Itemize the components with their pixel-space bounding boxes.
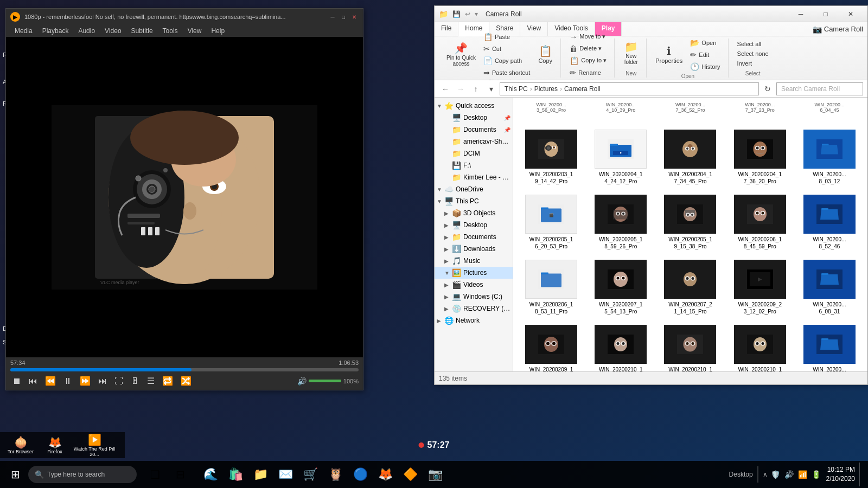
open-button[interactable]: 📂 Open (687, 37, 723, 48)
file-item-17[interactable]: WIN_20200210_18_21_18_Pro (656, 321, 724, 371)
file-item-9[interactable]: WIN_20200...8_52_46 (796, 191, 863, 254)
vlc-menu-media[interactable]: Media (10, 26, 37, 36)
file-item-15[interactable]: WIN_20200209_18_12_42_Pro (518, 321, 585, 371)
rename-button[interactable]: ✏ Rename (566, 67, 610, 78)
sidebar-item-americavr[interactable]: 📁 americavr-Sheridan. (435, 136, 513, 147)
taskbar-taskview-button[interactable]: ❑ (143, 463, 167, 486)
taskbar-store-button[interactable]: 🛍️ (224, 463, 247, 486)
taskbar-search-bar[interactable]: 🔍 Type here to search (28, 466, 137, 483)
sidebar-item-quickaccess[interactable]: ▼ ⭐ Quick access (435, 100, 513, 112)
vlc-menu-video[interactable]: Video (100, 26, 125, 36)
vlc-prev-button[interactable]: ⏮ (27, 375, 40, 387)
vlc-menu-playback[interactable]: Playback (38, 26, 73, 36)
vlc-volume-bar[interactable] (309, 380, 341, 382)
taskbar-browser2-button[interactable]: 🦊 (373, 463, 397, 486)
taskbar-unknown1-button[interactable]: 🔵 (348, 463, 372, 486)
sidebar-item-network[interactable]: ▶ 🌐 Network (435, 314, 513, 326)
explorer-qat-undo[interactable]: ↩ (465, 10, 470, 18)
vlc-step-fwd-button[interactable]: ⏩ (78, 375, 93, 387)
vlc-menu-subtitle[interactable]: Subtitle (127, 26, 157, 36)
vlc-close-button[interactable]: ✕ (350, 12, 359, 21)
vlc-stop-button[interactable]: ⏹ (10, 375, 23, 387)
edit-button[interactable]: ✏ Edit (687, 49, 723, 60)
new-folder-button[interactable]: 📁 Newfolder (620, 40, 642, 67)
vlc-fullscreen-button[interactable]: ⛶ (112, 375, 125, 387)
sidebar-item-kimber[interactable]: 📁 Kimber Lee - VR Pac (435, 171, 513, 183)
vlc-menu-help[interactable]: Help (207, 26, 229, 36)
sidebar-item-recovery-d[interactable]: ▶ 💿 RECOVERY (D:) (435, 303, 513, 314)
search-camera-roll-input[interactable]: Search Camera Roll (776, 82, 863, 95)
file-item-4[interactable]: WIN_20200...8_03_12 (796, 126, 863, 189)
explorer-minimize-button[interactable]: ─ (788, 6, 813, 22)
file-item-6[interactable]: WIN_20200205_18_59_26_Pro (587, 191, 654, 254)
sidebar-item-documents-quick[interactable]: 📁 Documents 📌 (435, 124, 513, 136)
address-path[interactable]: This PC › Pictures › Camera Roll (500, 82, 759, 95)
sidebar-item-desktop-pc[interactable]: ▶ 🖥️ Desktop (435, 219, 513, 231)
copy-button[interactable]: 📋 Copy (534, 44, 556, 66)
file-item-7[interactable]: WIN_20200205_19_15_38_Pro (656, 191, 724, 254)
file-item-partial-2[interactable]: WIN_20200...4_10_39_Pro (587, 102, 654, 124)
vlc-menu-tools[interactable]: Tools (158, 26, 182, 36)
file-item-partial-4[interactable]: WIN_20200...7_37_23_Pro (726, 102, 794, 124)
sidebar-item-downloads[interactable]: ▶ ⬇️ Downloads (435, 243, 513, 255)
delete-button[interactable]: 🗑 Delete ▾ (566, 43, 610, 54)
file-item-0[interactable]: WIN_20200203_19_14_42_Pro (518, 126, 585, 189)
file-item-10[interactable]: WIN_20200206_18_53_11_Pro (518, 256, 585, 319)
file-item-18[interactable]: WIN_20200210_18_39_18_Pro (726, 321, 794, 371)
file-item-14[interactable]: WIN_20200...6_08_31 (796, 256, 863, 319)
copy-to-button[interactable]: 📋 Copy to ▾ (566, 55, 610, 66)
vlc-playlist-button[interactable]: ☰ (145, 375, 157, 387)
copy-path-button[interactable]: 📄 Copy path (480, 55, 533, 66)
tray-battery-icon[interactable]: 🔋 (810, 469, 822, 480)
file-item-13[interactable]: ▶ WIN_20200209_23_12_02_Pro (726, 256, 794, 319)
vlc-progress-bar[interactable] (10, 368, 359, 371)
nav-back-button[interactable]: ← (439, 82, 452, 95)
sidebar-item-windows-c[interactable]: ▶ 💻 Windows (C:) (435, 291, 513, 303)
tray-volume-icon[interactable]: 🔊 (783, 469, 795, 480)
vlc-extended-button[interactable]: 🎚 (129, 375, 142, 387)
taskbar-fileexplorer-button[interactable]: 📁 (248, 463, 272, 486)
vlc-maximize-button[interactable]: □ (339, 12, 348, 21)
vlc-menu-audio[interactable]: Audio (74, 26, 99, 36)
nav-recent-button[interactable]: ▾ (484, 82, 497, 95)
vlc-pause-button[interactable]: ⏸ (61, 375, 74, 387)
taskbar-clock[interactable]: 10:12 PM 2/10/2020 (826, 465, 855, 484)
tray-expand-button[interactable]: ∧ (763, 471, 768, 478)
file-item-11[interactable]: WIN_20200207_15_54_13_Pro (587, 256, 654, 319)
taskbar-vlc-button[interactable]: 🔶 (398, 463, 422, 486)
refresh-button[interactable]: ↻ (761, 82, 774, 95)
file-item-partial-1[interactable]: WIN_20200...3_56_02_Pro (518, 102, 585, 124)
properties-button[interactable]: ℹ Properties (652, 44, 686, 66)
vlc-loop-button[interactable]: 🔁 (160, 375, 175, 387)
start-button[interactable]: ⊞ (4, 464, 26, 485)
sidebar-item-onedrive[interactable]: ▼ ☁️ OneDrive (435, 183, 513, 195)
taskbar-amazon-button[interactable]: 🛒 (298, 463, 322, 486)
tray-antivirus-icon[interactable]: 🛡️ (770, 469, 781, 480)
select-none-button[interactable]: Select none (734, 49, 772, 58)
explorer-maximize-button[interactable]: □ (813, 6, 838, 22)
file-item-partial-3[interactable]: WIN_20200...7_36_52_Pro (656, 102, 724, 124)
paste-button[interactable]: 📋 Paste (480, 31, 533, 42)
move-to-button[interactable]: → Move to ▾ (566, 31, 610, 42)
pin-to-quick-access-button[interactable]: 📌 Pin to Quickaccess (443, 41, 479, 68)
taskbar-camera-button[interactable]: 📷 (423, 463, 447, 486)
taskbar-multidesktop-button[interactable]: ⊟ (168, 463, 192, 486)
vlc-menu-view[interactable]: View (183, 26, 206, 36)
explorer-qat-dropdown[interactable]: ▾ (475, 10, 478, 18)
file-item-8[interactable]: WIN_20200206_18_45_59_Pro (726, 191, 794, 254)
file-item-19[interactable]: WIN_20200...1_15_11 (796, 321, 863, 371)
sidebar-item-3dobjects[interactable]: ▶ 📦 3D Objects (435, 207, 513, 219)
nav-up-button[interactable]: ↑ (469, 82, 482, 95)
sidebar-item-music[interactable]: ▶ 🎵 Music (435, 255, 513, 267)
sidebar-item-pictures[interactable]: ▼ 🖼️ Pictures (435, 267, 513, 279)
taskbar-tripadvisor-button[interactable]: 🦉 (323, 463, 347, 486)
file-item-3[interactable]: WIN_20200204_17_36_20_Pro (726, 126, 794, 189)
sidebar-item-videos[interactable]: ▶ 🎬 Videos (435, 279, 513, 291)
file-item-16[interactable]: WIN_20200210_15_20_53_Pro (587, 321, 654, 371)
show-desktop-button[interactable] (859, 463, 864, 486)
sidebar-item-thispc[interactable]: ▼ 🖥️ This PC (435, 195, 513, 207)
vlc-random-button[interactable]: 🔀 (178, 375, 194, 387)
sidebar-item-desktop-quick[interactable]: 🖥️ Desktop 📌 (435, 112, 513, 124)
app-firefox[interactable]: 🦊 Firefox (41, 436, 68, 454)
app-redpill[interactable]: ▶️ Watch The Red Pill 20... (73, 433, 116, 457)
